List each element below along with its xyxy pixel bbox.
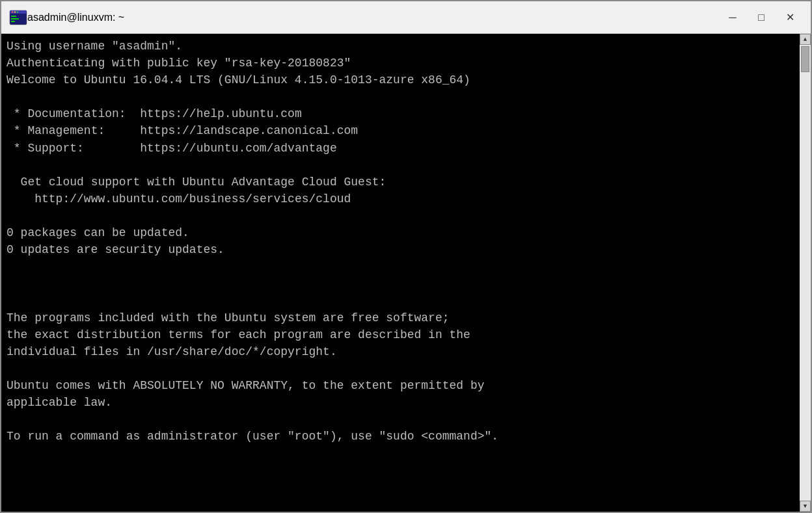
svg-rect-6 bbox=[11, 18, 19, 20]
svg-point-4 bbox=[17, 11, 18, 12]
scroll-up-arrow[interactable]: ▲ bbox=[800, 34, 811, 45]
scrollbar[interactable]: ▲ ▼ bbox=[800, 34, 811, 512]
svg-point-2 bbox=[12, 11, 13, 12]
terminal-window: asadmin@linuxvm: ~ ─ □ ✕ Using username … bbox=[0, 0, 812, 513]
svg-rect-5 bbox=[11, 16, 16, 17]
terminal-output[interactable]: Using username "asadmin". Authenticating… bbox=[1, 34, 800, 512]
terminal-icon bbox=[9, 8, 27, 27]
terminal-area: Using username "asadmin". Authenticating… bbox=[1, 34, 811, 512]
scrollbar-thumb[interactable] bbox=[801, 46, 809, 72]
titlebar: asadmin@linuxvm: ~ ─ □ ✕ bbox=[1, 1, 811, 34]
svg-rect-7 bbox=[11, 21, 15, 22]
close-button[interactable]: ✕ bbox=[777, 7, 803, 28]
svg-point-3 bbox=[14, 11, 16, 12]
minimize-button[interactable]: ─ bbox=[720, 7, 746, 28]
scroll-down-arrow[interactable]: ▼ bbox=[800, 501, 811, 512]
scrollbar-track[interactable] bbox=[800, 45, 811, 501]
window-title: asadmin@linuxvm: ~ bbox=[27, 12, 720, 23]
window-controls: ─ □ ✕ bbox=[720, 7, 803, 28]
maximize-button[interactable]: □ bbox=[748, 7, 774, 28]
